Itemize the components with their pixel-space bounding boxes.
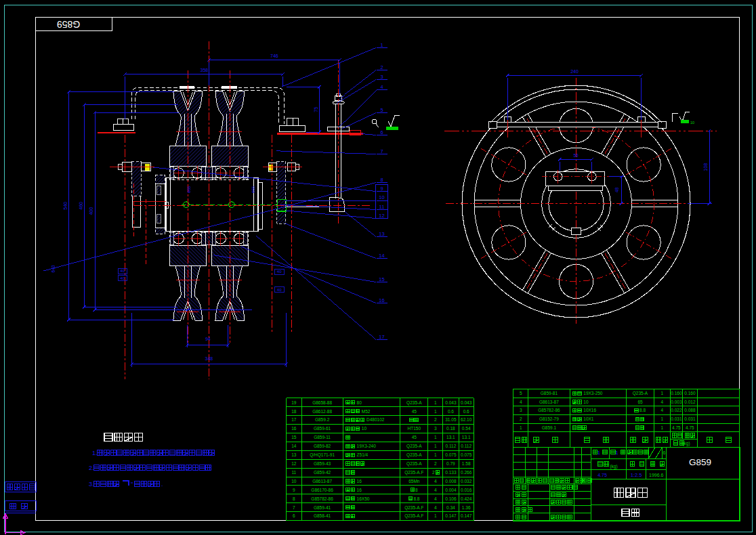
svg-text:1.36: 1.36 bbox=[462, 505, 471, 510]
svg-text:G859-61: G859-61 bbox=[314, 426, 331, 431]
svg-text:Z51/4: Z51/4 bbox=[357, 452, 369, 457]
svg-text:9: 9 bbox=[380, 186, 383, 192]
svg-text:G859-82: G859-82 bbox=[314, 444, 331, 448]
svg-text:1: 1 bbox=[434, 444, 437, 448]
svg-text:11: 11 bbox=[379, 204, 385, 210]
svg-text:17: 17 bbox=[379, 334, 384, 340]
svg-text:HT150: HT150 bbox=[408, 426, 421, 431]
svg-text:1: 1 bbox=[661, 416, 664, 421]
svg-text:1: 1 bbox=[434, 400, 437, 405]
svg-text:10X16: 10X16 bbox=[583, 408, 596, 412]
svg-text:0.022: 0.022 bbox=[671, 408, 682, 412]
svg-text:8: 8 bbox=[380, 177, 383, 183]
svg-text:4.75: 4.75 bbox=[686, 425, 694, 430]
svg-text:Ф55: Ф55 bbox=[251, 186, 255, 193]
svg-text:0.6: 0.6 bbox=[463, 409, 469, 414]
svg-text:Q235-A.F: Q235-A.F bbox=[404, 505, 423, 511]
svg-text:7: 7 bbox=[293, 505, 295, 510]
svg-text:G86170-86: G86170-86 bbox=[311, 488, 333, 492]
svg-text:1.58: 1.58 bbox=[462, 461, 471, 466]
svg-text:Q235-A: Q235-A bbox=[406, 400, 422, 406]
svg-text:0.003: 0.003 bbox=[671, 400, 682, 404]
svg-text:3: 3 bbox=[434, 426, 437, 431]
svg-text:8: 8 bbox=[415, 488, 418, 492]
svg-text:(kg): (kg) bbox=[610, 464, 617, 469]
svg-text:1: 1 bbox=[661, 391, 664, 395]
svg-text:0.088: 0.088 bbox=[684, 408, 696, 412]
svg-text:M52: M52 bbox=[362, 409, 371, 414]
svg-text:G859: G859 bbox=[689, 457, 711, 467]
svg-text:0.160: 0.160 bbox=[684, 391, 696, 395]
svg-text:13.1: 13.1 bbox=[462, 435, 471, 440]
svg-text:14: 14 bbox=[379, 253, 384, 259]
svg-text:G859.2: G859.2 bbox=[315, 417, 330, 422]
svg-text:0.147: 0.147 bbox=[461, 513, 472, 518]
svg-text:4.75: 4.75 bbox=[597, 473, 607, 477]
svg-text:G8152-79: G8152-79 bbox=[539, 416, 559, 421]
svg-text:0.004: 0.004 bbox=[445, 488, 457, 492]
svg-text:0.147: 0.147 bbox=[445, 513, 457, 518]
svg-text:0.031: 0.031 bbox=[671, 416, 682, 421]
svg-text:3: 3 bbox=[520, 408, 522, 412]
svg-text:15: 15 bbox=[379, 276, 384, 282]
svg-text:G859-43: G859-43 bbox=[314, 461, 331, 466]
svg-text:4: 4 bbox=[380, 84, 383, 90]
svg-text:0.016: 0.016 bbox=[461, 488, 472, 492]
svg-text:540: 540 bbox=[63, 202, 68, 210]
svg-text:40: 40 bbox=[277, 288, 282, 292]
svg-text:19X3-250: 19X3-250 bbox=[583, 391, 603, 395]
svg-text:Q235-A: Q235-A bbox=[406, 444, 422, 449]
svg-text:G8613-87: G8613-87 bbox=[539, 400, 559, 404]
svg-text:8.8: 8.8 bbox=[639, 408, 646, 412]
svg-text:16: 16 bbox=[379, 297, 384, 303]
svg-text:16: 16 bbox=[291, 426, 297, 431]
svg-text:G859-11: G859-11 bbox=[314, 435, 331, 440]
svg-text:G8658-88: G8658-88 bbox=[312, 400, 332, 405]
svg-text:0.008: 0.008 bbox=[445, 479, 457, 484]
svg-text:75: 75 bbox=[314, 107, 318, 112]
svg-text:Q/HQ171-91: Q/HQ171-91 bbox=[310, 452, 335, 458]
svg-text:94: 94 bbox=[205, 337, 211, 341]
svg-text:2: 2 bbox=[380, 64, 383, 70]
svg-text:65: 65 bbox=[637, 400, 643, 404]
svg-text:3.: 3. bbox=[89, 481, 94, 488]
svg-text:8.8: 8.8 bbox=[413, 496, 419, 501]
svg-text:348: 348 bbox=[205, 356, 213, 361]
svg-text:0.043: 0.043 bbox=[445, 400, 457, 405]
svg-text:(kg): (kg) bbox=[682, 441, 690, 446]
svg-text:1:2.5: 1:2.5 bbox=[631, 472, 642, 478]
svg-text:10: 10 bbox=[291, 479, 297, 484]
svg-text:40: 40 bbox=[120, 276, 125, 280]
svg-text:0.54: 0.54 bbox=[462, 426, 471, 431]
svg-text:0.133: 0.133 bbox=[445, 470, 457, 475]
svg-text:0.112: 0.112 bbox=[446, 444, 457, 448]
svg-text:2.: 2. bbox=[89, 465, 94, 471]
svg-text:Ф55: Ф55 bbox=[187, 186, 191, 193]
svg-text:1: 1 bbox=[434, 452, 437, 457]
svg-text:4: 4 bbox=[434, 479, 437, 484]
svg-text:0.34: 0.34 bbox=[446, 505, 455, 510]
svg-text:9: 9 bbox=[293, 488, 295, 492]
svg-text:G859-81: G859-81 bbox=[541, 391, 558, 395]
svg-text:10X1: 10X1 bbox=[583, 416, 594, 421]
svg-text:0.032: 0.032 bbox=[461, 479, 472, 484]
svg-text:4: 4 bbox=[661, 408, 664, 412]
svg-text:13: 13 bbox=[291, 452, 297, 457]
svg-text:15: 15 bbox=[291, 435, 297, 440]
svg-text:31.05: 31.05 bbox=[445, 417, 457, 422]
svg-text:358: 358 bbox=[201, 68, 209, 72]
svg-text:0.18: 0.18 bbox=[446, 426, 455, 431]
svg-text:0.031: 0.031 bbox=[684, 416, 696, 421]
svg-text:19X3-240: 19X3-240 bbox=[357, 444, 377, 448]
svg-text:10: 10 bbox=[583, 400, 589, 404]
svg-text:1: 1 bbox=[597, 450, 601, 456]
svg-text:4: 4 bbox=[434, 496, 437, 501]
svg-text:5: 5 bbox=[520, 391, 522, 395]
svg-text:4: 4 bbox=[434, 505, 437, 510]
svg-text:240: 240 bbox=[570, 69, 579, 74]
svg-text:4.75: 4.75 bbox=[672, 425, 681, 430]
svg-text:G85782-86: G85782-86 bbox=[311, 496, 333, 501]
svg-text:Q235-A.F: Q235-A.F bbox=[404, 470, 423, 475]
svg-text:0.79: 0.79 bbox=[446, 461, 455, 466]
svg-text:0.424: 0.424 bbox=[461, 496, 472, 501]
